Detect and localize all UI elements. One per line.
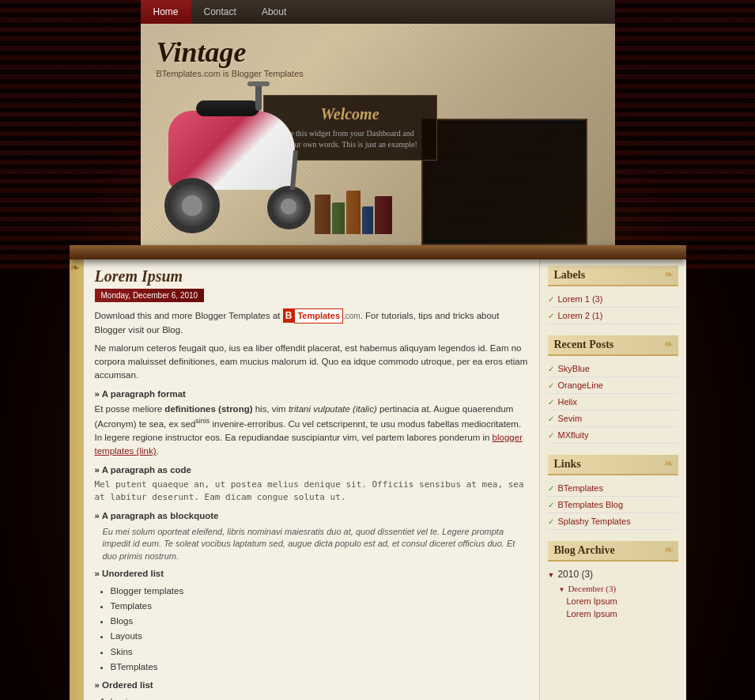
sidebar-links-title: Links <box>548 455 678 475</box>
link-splashy-templates[interactable]: Splashy Templates <box>558 516 631 526</box>
archive-year-2010[interactable]: 2010 (3) <box>548 566 678 582</box>
recent-link-4[interactable]: Sevim <box>558 414 583 423</box>
post-intro: Download this and more Blogger Templates… <box>95 308 528 700</box>
btemplates-logo: BTemplates.com <box>283 308 361 324</box>
sidebar-recent-4[interactable]: Sevim <box>548 411 678 427</box>
section-heading-format: » A paragraph format <box>95 388 528 401</box>
sidebar-recent-2[interactable]: OrangeLine <box>548 377 678 394</box>
nav-home[interactable]: Home <box>141 0 191 24</box>
label-link-2[interactable]: Lorem 2 (1) <box>558 311 603 320</box>
list-item: Templates <box>111 600 528 613</box>
left-ornament <box>70 259 84 700</box>
list-item: Layouts <box>111 630 528 643</box>
archive-post-1[interactable]: Lorem Ipsum <box>548 595 678 607</box>
section-heading-ordered: » Ordered list <box>95 679 528 692</box>
archive-post-2[interactable]: Lorem Ipsum <box>548 607 678 620</box>
sidebar-archive-section: Blog Archive 2010 (3) December (3) Lorem… <box>548 541 678 620</box>
post-blockquote: Eu mei solum oporteat eleifend, libris n… <box>103 526 528 562</box>
sidebar-link-3[interactable]: Splashy Templates <box>548 513 678 530</box>
section-heading-unordered: » Unordered list <box>95 567 528 581</box>
recent-link-5[interactable]: MXfluity <box>558 430 589 440</box>
post-code-text: Mel putent quaeque an, ut postea melius … <box>95 479 528 505</box>
sidebar-links-section: Links BTemplates BTemplates Blog Splashy… <box>548 455 678 530</box>
screen-area <box>421 119 587 245</box>
sidebar: Labels Lorem 1 (3) Lorem 2 (1) Recent Po… <box>540 259 686 700</box>
ordered-list: Login Visit BTemplates Download template… <box>111 695 528 700</box>
nav-bar: Home Contact About <box>141 0 615 24</box>
sidebar-recent-3[interactable]: Helix <box>548 394 678 411</box>
nav-about[interactable]: About <box>249 0 299 24</box>
scooter-art <box>141 71 410 245</box>
shelf-decoration <box>70 245 686 259</box>
sidebar-labels-title: Labels <box>548 266 678 286</box>
sidebar-recent-title: Recent Posts <box>548 335 678 356</box>
content-wrapper: Lorem Ipsum Monday, December 6, 2010 Dow… <box>70 259 686 700</box>
section-heading-blockquote: » A paragraph as blockquote <box>95 509 528 523</box>
main-content: Lorem Ipsum Monday, December 6, 2010 Dow… <box>84 259 540 700</box>
sidebar-link-1[interactable]: BTemplates <box>548 480 678 497</box>
sidebar-link-2[interactable]: BTemplates Blog <box>548 497 678 513</box>
archive-post-link-2[interactable]: Lorem Ipsum <box>567 609 617 619</box>
sidebar-label-2[interactable]: Lorem 2 (1) <box>548 308 678 324</box>
sidebar-archive-title: Blog Archive <box>548 541 678 562</box>
sidebar-labels-section: Labels Lorem 1 (3) Lorem 2 (1) <box>548 266 678 324</box>
list-item: BTemplates <box>111 660 528 674</box>
sidebar-label-1[interactable]: Lorem 1 (3) <box>548 291 678 308</box>
recent-link-2[interactable]: OrangeLine <box>558 380 604 390</box>
label-link-1[interactable]: Lorem 1 (3) <box>558 294 603 304</box>
archive-month-dec[interactable]: December (3) <box>548 582 678 595</box>
list-item: Skins <box>111 645 528 659</box>
sidebar-recent-5[interactable]: MXfluity <box>548 427 678 444</box>
outer-wrapper: Home Contact About Vintage BTemplates.co… <box>0 0 755 700</box>
sidebar-recent-section: Recent Posts SkyBlue OrangeLine Helix Se… <box>548 335 678 444</box>
post-paragraph-1: Ne malorum ceteros feugait quo, ius ea l… <box>95 342 528 383</box>
list-item: Blogs <box>111 615 528 628</box>
nav-contact[interactable]: Contact <box>191 0 249 24</box>
recent-link-3[interactable]: Helix <box>558 397 577 407</box>
archive-post-link-1[interactable]: Lorem Ipsum <box>567 596 617 606</box>
header-content: Vintage BTemplates.com is Blogger Templa… <box>141 24 615 245</box>
sidebar-recent-1[interactable]: SkyBlue <box>548 361 678 377</box>
site-title: Vintage <box>157 36 304 69</box>
post-title: Lorem Ipsum <box>95 267 528 286</box>
blogger-templates-link[interactable]: blogger templates (link) <box>95 433 523 456</box>
link-2[interactable]: BTemplates Blog <box>558 500 624 509</box>
section-heading-code: » A paragraph as code <box>95 464 528 477</box>
ordered-item: Login <box>111 695 528 700</box>
link-1[interactable]: BTemplates <box>558 483 603 493</box>
recent-link-1[interactable]: SkyBlue <box>558 364 590 373</box>
post-date: Monday, December 6, 2010 <box>95 289 205 302</box>
post-paragraph-format: Et posse meliore definitiones (strong) h… <box>95 403 528 459</box>
list-item: Blogger templates <box>111 585 528 598</box>
unordered-list: Blogger templates Templates Blogs Layout… <box>111 585 528 675</box>
